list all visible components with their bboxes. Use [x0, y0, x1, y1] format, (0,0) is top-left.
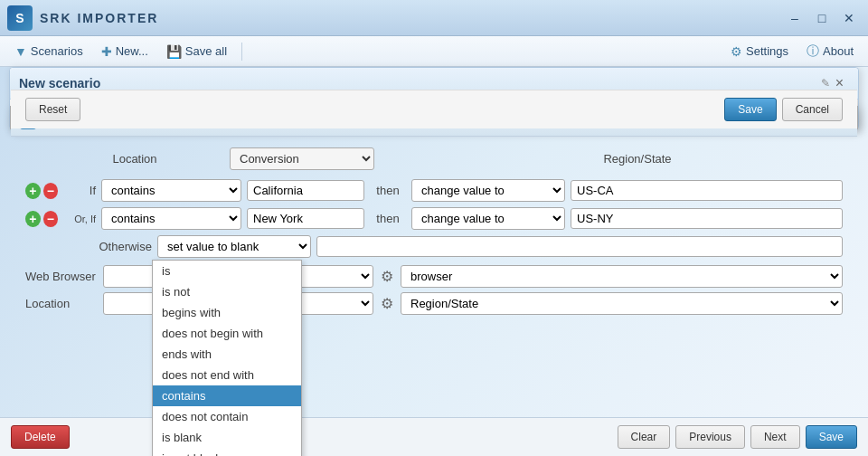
main-area: New scenario ✎ × Input Source Output Des…: [0, 67, 868, 456]
edit-scenario-icon[interactable]: ✎: [821, 77, 830, 90]
web-browser-gear-icon[interactable]: ⚙: [379, 266, 395, 287]
row-1-connector: If: [63, 184, 96, 197]
row-2-then-label: then: [370, 212, 406, 225]
row-2-value-input[interactable]: [247, 208, 364, 229]
add-row-2-button[interactable]: +: [25, 211, 41, 227]
menu-right: ⚙ Settings ⓘ About: [723, 40, 861, 63]
dropdown-item-begins-with[interactable]: begins with: [153, 302, 301, 323]
condition-row-1: + − If contains then change value to: [25, 179, 843, 202]
row-2-connector: Or, If: [63, 214, 96, 224]
location-header: Location: [58, 152, 212, 166]
web-browser-label: Web Browser: [25, 270, 98, 283]
delete-button[interactable]: Delete: [11, 425, 70, 449]
about-icon: ⓘ: [807, 43, 819, 60]
save-dialog-button[interactable]: Save: [724, 98, 776, 121]
conversion-select[interactable]: Conversion: [230, 147, 374, 170]
web-browser-target-select[interactable]: browser: [401, 265, 843, 288]
dropdown-item-does-not-end[interactable]: does not end with: [153, 365, 301, 385]
dialog-footer: Reset Save Cancel: [11, 90, 857, 128]
row-1-controls: + −: [25, 183, 58, 199]
location-row: Location ⚙ Region/State: [25, 292, 843, 315]
otherwise-result-input[interactable]: [316, 236, 843, 257]
condition-row-2: + − Or, If contains then change value to: [25, 207, 843, 230]
footer-right-buttons: Save Cancel: [724, 98, 843, 121]
save-all-menu[interactable]: 💾 Save all: [159, 41, 234, 62]
dropdown-item-contains[interactable]: contains: [153, 385, 301, 406]
menu-separator: [241, 43, 242, 61]
new-menu[interactable]: ✚ New...: [94, 41, 156, 62]
app-logo: S: [7, 5, 33, 31]
reset-button[interactable]: Reset: [25, 98, 80, 121]
row-1-result-select[interactable]: change value to: [411, 179, 565, 202]
remove-row-2-button[interactable]: −: [43, 211, 59, 227]
row-2-controls: + −: [25, 211, 58, 227]
scenario-title: New scenario: [19, 76, 816, 90]
scenario-panel: New scenario ✎ × Input Source Output Des…: [9, 67, 859, 130]
app-name: SRK IMPORTER: [40, 11, 783, 25]
location-gear-icon[interactable]: ⚙: [379, 293, 395, 314]
about-menu[interactable]: ⓘ About: [799, 40, 861, 63]
dropdown-item-is-not-blank[interactable]: is not blank: [153, 448, 301, 456]
web-browser-row: Web Browser ⚙ browser: [25, 265, 843, 288]
dropdown-item-does-not-begin[interactable]: does not begin with: [153, 323, 301, 344]
save-all-label: Save all: [185, 44, 227, 58]
row-2-condition-select[interactable]: contains: [101, 207, 241, 230]
previous-button[interactable]: Previous: [675, 425, 745, 449]
page-footer-right: Clear Previous Next Save: [618, 425, 857, 449]
new-label: New...: [116, 44, 148, 58]
scenarios-icon: ▼: [14, 44, 27, 59]
window-controls: – □ ✕: [783, 8, 861, 28]
settings-icon: ⚙: [731, 44, 742, 59]
cancel-button[interactable]: Cancel: [782, 98, 843, 121]
otherwise-row: Otherwise set value to blank: [25, 235, 843, 258]
close-button[interactable]: ✕: [837, 8, 861, 28]
dropdown-item-is-blank[interactable]: is blank: [153, 427, 301, 448]
settings-label: Settings: [746, 44, 788, 58]
settings-menu[interactable]: ⚙ Settings: [723, 41, 796, 62]
row-1-condition-select[interactable]: contains: [101, 179, 241, 202]
maximize-button[interactable]: □: [810, 8, 834, 28]
save-page-button[interactable]: Save: [806, 425, 857, 449]
dialog-body: Location Conversion Region/State + − If: [11, 137, 857, 330]
conversion-header: Conversion: [212, 147, 392, 170]
condition-dropdown: is is not begins with does not begin wit…: [152, 260, 302, 456]
dropdown-item-does-not-contain[interactable]: does not contain: [153, 406, 301, 427]
scenarios-menu[interactable]: ▼ Scenarios: [7, 41, 90, 62]
dropdown-item-ends-with[interactable]: ends with: [153, 344, 301, 365]
bottom-rows: Web Browser ⚙ browser Location ⚙ Region/…: [25, 265, 843, 315]
dropdown-item-is[interactable]: is: [153, 261, 301, 281]
column-headers: Location Conversion Region/State: [25, 147, 843, 170]
row-2-result-select[interactable]: change value to: [411, 207, 565, 230]
about-label: About: [823, 44, 854, 58]
next-button[interactable]: Next: [750, 425, 800, 449]
row-1-then-label: then: [370, 184, 406, 197]
row-1-value-input[interactable]: [247, 180, 364, 201]
add-row-1-button[interactable]: +: [25, 183, 41, 199]
location-target-select[interactable]: Region/State: [401, 292, 843, 315]
row-2-result-input[interactable]: [571, 208, 843, 229]
minimize-button[interactable]: –: [783, 8, 807, 28]
region-header: Region/State: [392, 152, 810, 166]
scenarios-label: Scenarios: [31, 44, 83, 58]
configure-dialog: S Configure transformation × Location Co…: [10, 106, 858, 129]
otherwise-result-select[interactable]: set value to blank: [157, 235, 311, 258]
page-footer: Delete Clear Previous Next Save: [0, 417, 868, 456]
location-label: Location: [25, 297, 98, 310]
dropdown-item-is-not[interactable]: is not: [153, 281, 301, 302]
save-icon: 💾: [166, 44, 182, 59]
clear-button[interactable]: Clear: [618, 425, 671, 449]
new-icon: ✚: [101, 44, 112, 59]
row-1-result-input[interactable]: [571, 180, 843, 201]
remove-row-1-button[interactable]: −: [43, 183, 59, 199]
otherwise-label: Otherwise: [98, 240, 152, 253]
title-bar: S SRK IMPORTER – □ ✕: [0, 0, 868, 36]
menu-bar: ▼ Scenarios ✚ New... 💾 Save all ⚙ Settin…: [0, 36, 868, 67]
